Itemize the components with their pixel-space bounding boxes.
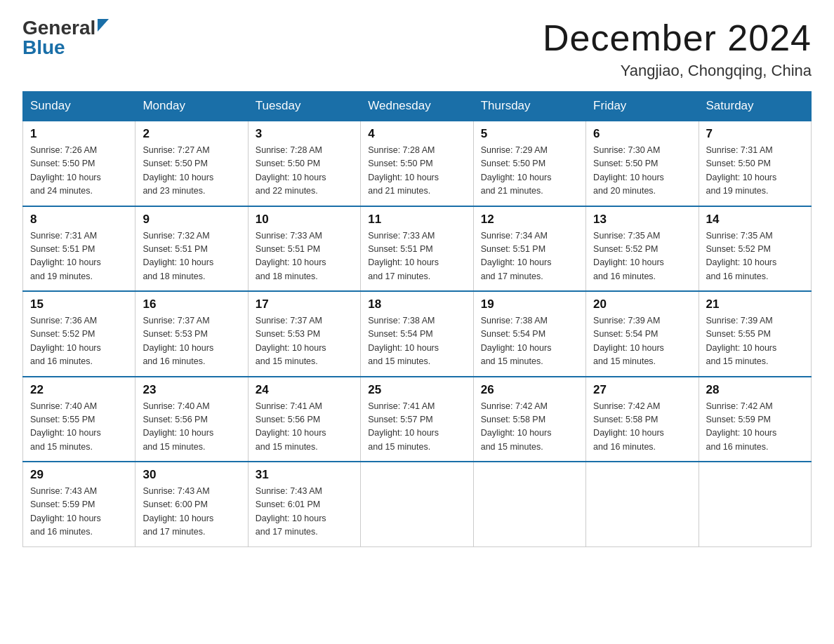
day-number: 25 — [368, 383, 465, 397]
calendar-subtitle: Yangjiao, Chongqing, China — [543, 62, 812, 80]
calendar-cell: 8 Sunrise: 7:31 AMSunset: 5:51 PMDayligh… — [23, 206, 135, 292]
logo: General Blue — [22, 17, 109, 59]
day-number: 24 — [256, 383, 353, 397]
day-number: 7 — [706, 127, 804, 141]
calendar-cell: 19 Sunrise: 7:38 AMSunset: 5:54 PMDaylig… — [473, 291, 585, 377]
header-tuesday: Tuesday — [248, 92, 360, 121]
calendar-cell: 12 Sunrise: 7:34 AMSunset: 5:51 PMDaylig… — [473, 206, 585, 292]
calendar-cell: 30 Sunrise: 7:43 AMSunset: 6:00 PMDaylig… — [135, 462, 248, 546]
calendar-cell: 5 Sunrise: 7:29 AMSunset: 5:50 PMDayligh… — [473, 121, 585, 206]
day-number: 11 — [368, 213, 465, 227]
calendar-cell — [361, 462, 473, 546]
day-info: Sunrise: 7:36 AMSunset: 5:52 PMDaylight:… — [30, 316, 101, 366]
calendar-cell: 13 Sunrise: 7:35 AMSunset: 5:52 PMDaylig… — [586, 206, 699, 292]
calendar-cell: 15 Sunrise: 7:36 AMSunset: 5:52 PMDaylig… — [23, 291, 135, 377]
logo-triangle-icon — [98, 19, 109, 34]
day-info: Sunrise: 7:43 AMSunset: 6:00 PMDaylight:… — [143, 486, 213, 537]
day-number: 9 — [143, 213, 240, 227]
day-number: 15 — [30, 297, 128, 311]
day-number: 23 — [143, 383, 240, 397]
day-info: Sunrise: 7:29 AMSunset: 5:50 PMDaylight:… — [481, 145, 552, 196]
header-friday: Friday — [586, 92, 699, 121]
calendar-cell: 31 Sunrise: 7:43 AMSunset: 6:01 PMDaylig… — [248, 462, 360, 546]
day-info: Sunrise: 7:41 AMSunset: 5:57 PMDaylight:… — [368, 401, 439, 452]
day-info: Sunrise: 7:30 AMSunset: 5:50 PMDaylight:… — [593, 145, 664, 196]
day-number: 21 — [706, 297, 804, 311]
header-sunday: Sunday — [23, 92, 135, 121]
day-info: Sunrise: 7:38 AMSunset: 5:54 PMDaylight:… — [368, 316, 439, 366]
day-number: 10 — [256, 213, 353, 227]
day-number: 16 — [143, 297, 240, 311]
day-number: 19 — [481, 297, 578, 311]
day-info: Sunrise: 7:34 AMSunset: 5:51 PMDaylight:… — [481, 231, 552, 281]
calendar-cell: 9 Sunrise: 7:32 AMSunset: 5:51 PMDayligh… — [135, 206, 248, 292]
calendar-week-2: 8 Sunrise: 7:31 AMSunset: 5:51 PMDayligh… — [23, 206, 812, 292]
day-number: 3 — [256, 127, 353, 141]
calendar-cell: 18 Sunrise: 7:38 AMSunset: 5:54 PMDaylig… — [361, 291, 473, 377]
day-number: 20 — [593, 297, 691, 311]
day-number: 4 — [368, 127, 465, 141]
calendar-title: December 2024 — [543, 17, 812, 59]
day-info: Sunrise: 7:32 AMSunset: 5:51 PMDaylight:… — [143, 231, 213, 281]
day-number: 5 — [481, 127, 578, 141]
day-info: Sunrise: 7:35 AMSunset: 5:52 PMDaylight:… — [706, 231, 777, 281]
calendar-cell: 3 Sunrise: 7:28 AMSunset: 5:50 PMDayligh… — [248, 121, 360, 206]
calendar-cell: 29 Sunrise: 7:43 AMSunset: 5:59 PMDaylig… — [23, 462, 135, 546]
calendar-cell: 27 Sunrise: 7:42 AMSunset: 5:58 PMDaylig… — [586, 377, 699, 462]
day-number: 22 — [30, 383, 128, 397]
day-info: Sunrise: 7:39 AMSunset: 5:55 PMDaylight:… — [706, 316, 777, 366]
calendar-cell: 22 Sunrise: 7:40 AMSunset: 5:55 PMDaylig… — [23, 377, 135, 462]
calendar-cell: 16 Sunrise: 7:37 AMSunset: 5:53 PMDaylig… — [135, 291, 248, 377]
day-number: 1 — [30, 127, 128, 141]
day-info: Sunrise: 7:37 AMSunset: 5:53 PMDaylight:… — [143, 316, 213, 366]
calendar-cell: 25 Sunrise: 7:41 AMSunset: 5:57 PMDaylig… — [361, 377, 473, 462]
day-info: Sunrise: 7:42 AMSunset: 5:59 PMDaylight:… — [706, 401, 777, 452]
day-info: Sunrise: 7:26 AMSunset: 5:50 PMDaylight:… — [30, 145, 101, 196]
day-number: 31 — [256, 468, 353, 482]
page-header: General Blue December 2024 Yangjiao, Cho… — [22, 17, 812, 80]
header-monday: Monday — [135, 92, 248, 121]
calendar-cell — [586, 462, 699, 546]
calendar-cell — [473, 462, 585, 546]
logo-blue: Blue — [22, 36, 65, 59]
day-info: Sunrise: 7:39 AMSunset: 5:54 PMDaylight:… — [593, 316, 664, 366]
header-wednesday: Wednesday — [361, 92, 473, 121]
day-number: 18 — [368, 297, 465, 311]
calendar-cell: 6 Sunrise: 7:30 AMSunset: 5:50 PMDayligh… — [586, 121, 699, 206]
day-info: Sunrise: 7:27 AMSunset: 5:50 PMDaylight:… — [143, 145, 213, 196]
day-info: Sunrise: 7:28 AMSunset: 5:50 PMDaylight:… — [368, 145, 439, 196]
calendar-cell — [699, 462, 811, 546]
calendar-cell: 23 Sunrise: 7:40 AMSunset: 5:56 PMDaylig… — [135, 377, 248, 462]
day-number: 26 — [481, 383, 578, 397]
day-number: 30 — [143, 468, 240, 482]
day-number: 27 — [593, 383, 691, 397]
header-saturday: Saturday — [699, 92, 811, 121]
title-block: December 2024 Yangjiao, Chongqing, China — [543, 17, 812, 80]
calendar-cell: 17 Sunrise: 7:37 AMSunset: 5:53 PMDaylig… — [248, 291, 360, 377]
day-info: Sunrise: 7:35 AMSunset: 5:52 PMDaylight:… — [593, 231, 664, 281]
day-number: 28 — [706, 383, 804, 397]
day-info: Sunrise: 7:37 AMSunset: 5:53 PMDaylight:… — [256, 316, 326, 366]
calendar-cell: 11 Sunrise: 7:33 AMSunset: 5:51 PMDaylig… — [361, 206, 473, 292]
day-number: 17 — [256, 297, 353, 311]
header-thursday: Thursday — [473, 92, 585, 121]
day-number: 14 — [706, 213, 804, 227]
calendar-cell: 2 Sunrise: 7:27 AMSunset: 5:50 PMDayligh… — [135, 121, 248, 206]
calendar-week-1: 1 Sunrise: 7:26 AMSunset: 5:50 PMDayligh… — [23, 121, 812, 206]
day-info: Sunrise: 7:40 AMSunset: 5:56 PMDaylight:… — [143, 401, 213, 452]
calendar-cell: 1 Sunrise: 7:26 AMSunset: 5:50 PMDayligh… — [23, 121, 135, 206]
calendar-week-3: 15 Sunrise: 7:36 AMSunset: 5:52 PMDaylig… — [23, 291, 812, 377]
calendar-cell: 28 Sunrise: 7:42 AMSunset: 5:59 PMDaylig… — [699, 377, 811, 462]
calendar-cell: 26 Sunrise: 7:42 AMSunset: 5:58 PMDaylig… — [473, 377, 585, 462]
day-info: Sunrise: 7:33 AMSunset: 5:51 PMDaylight:… — [256, 231, 326, 281]
day-info: Sunrise: 7:41 AMSunset: 5:56 PMDaylight:… — [256, 401, 326, 452]
day-info: Sunrise: 7:43 AMSunset: 5:59 PMDaylight:… — [30, 486, 101, 537]
day-info: Sunrise: 7:28 AMSunset: 5:50 PMDaylight:… — [256, 145, 326, 196]
day-number: 6 — [593, 127, 691, 141]
day-info: Sunrise: 7:43 AMSunset: 6:01 PMDaylight:… — [256, 486, 326, 537]
day-info: Sunrise: 7:38 AMSunset: 5:54 PMDaylight:… — [481, 316, 552, 366]
day-info: Sunrise: 7:42 AMSunset: 5:58 PMDaylight:… — [481, 401, 552, 452]
calendar-week-5: 29 Sunrise: 7:43 AMSunset: 5:59 PMDaylig… — [23, 462, 812, 546]
day-info: Sunrise: 7:33 AMSunset: 5:51 PMDaylight:… — [368, 231, 439, 281]
calendar-cell: 20 Sunrise: 7:39 AMSunset: 5:54 PMDaylig… — [586, 291, 699, 377]
